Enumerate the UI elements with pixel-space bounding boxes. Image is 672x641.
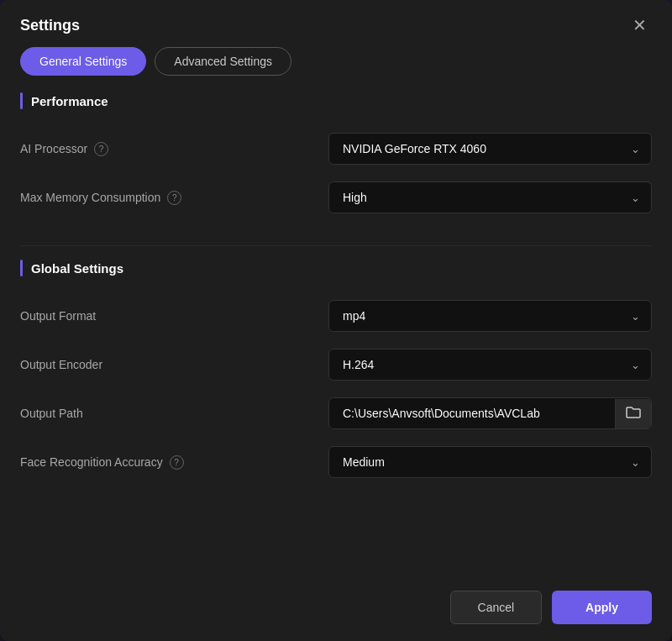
- output-encoder-row: Output Encoder H.264 H.265 AV1 ⌄: [20, 340, 652, 389]
- ai-processor-label: AI Processor: [20, 142, 87, 155]
- output-path-label: Output Path: [20, 407, 83, 420]
- tab-advanced-settings[interactable]: Advanced Settings: [155, 47, 291, 76]
- output-path-browse-button[interactable]: [615, 399, 651, 428]
- output-path-wrapper: [328, 397, 652, 429]
- face-recognition-select-wrapper: Low Medium High ⌄: [328, 446, 652, 478]
- performance-section-header: Performance: [20, 92, 652, 109]
- output-format-label-group: Output Format: [20, 309, 96, 323]
- max-memory-label-group: Max Memory Consumption ?: [20, 191, 181, 205]
- title-bar: Settings ✕: [0, 0, 672, 47]
- output-encoder-label: Output Encoder: [20, 358, 102, 371]
- output-path-input[interactable]: [329, 398, 615, 428]
- performance-section-title: Performance: [31, 94, 108, 108]
- output-encoder-label-group: Output Encoder: [20, 358, 102, 371]
- max-memory-label: Max Memory Consumption: [20, 191, 160, 204]
- face-recognition-help-icon[interactable]: ?: [170, 455, 184, 470]
- settings-content: Performance AI Processor ? NVIDIA GeForc…: [0, 92, 672, 577]
- output-format-select[interactable]: mp4 mov avi mkv: [328, 300, 652, 332]
- cancel-button[interactable]: Cancel: [450, 591, 543, 624]
- max-memory-help-icon[interactable]: ?: [167, 191, 181, 205]
- global-settings-section: Global Settings Output Format mp4 mov av…: [20, 260, 652, 486]
- tab-bar: General Settings Advanced Settings: [0, 47, 672, 92]
- dialog-title: Settings: [20, 17, 80, 34]
- tab-general-settings[interactable]: General Settings: [20, 47, 146, 76]
- folder-icon: [626, 406, 641, 422]
- global-section-bar-accent: [20, 260, 23, 276]
- output-encoder-select-wrapper: H.264 H.265 AV1 ⌄: [328, 349, 652, 381]
- settings-dialog: Settings ✕ General Settings Advanced Set…: [0, 0, 672, 641]
- global-section-header: Global Settings: [20, 260, 652, 276]
- output-path-row: Output Path: [20, 389, 652, 438]
- apply-button[interactable]: Apply: [552, 591, 652, 624]
- max-memory-row: Max Memory Consumption ? Low Medium High…: [20, 173, 652, 222]
- ai-processor-label-group: AI Processor ?: [20, 142, 108, 156]
- max-memory-select[interactable]: Low Medium High Ultra: [328, 181, 652, 213]
- section-bar-accent: [20, 92, 23, 109]
- global-section-title: Global Settings: [31, 261, 123, 276]
- output-encoder-select[interactable]: H.264 H.265 AV1: [328, 349, 652, 381]
- performance-section: Performance AI Processor ? NVIDIA GeForc…: [20, 92, 652, 222]
- ai-processor-select[interactable]: NVIDIA GeForce RTX 4060 CPU Auto: [328, 133, 652, 165]
- output-format-label: Output Format: [20, 309, 96, 323]
- ai-processor-help-icon[interactable]: ?: [94, 142, 108, 156]
- face-recognition-label: Face Recognition Accuracy: [20, 455, 163, 469]
- face-recognition-row: Face Recognition Accuracy ? Low Medium H…: [20, 438, 652, 486]
- section-divider: [20, 245, 652, 246]
- close-button[interactable]: ✕: [627, 15, 652, 35]
- output-path-label-group: Output Path: [20, 407, 83, 420]
- output-format-select-wrapper: mp4 mov avi mkv ⌄: [328, 300, 652, 332]
- dialog-footer: Cancel Apply: [0, 577, 672, 641]
- ai-processor-select-wrapper: NVIDIA GeForce RTX 4060 CPU Auto ⌄: [328, 133, 652, 165]
- face-recognition-label-group: Face Recognition Accuracy ?: [20, 455, 184, 470]
- max-memory-select-wrapper: Low Medium High Ultra ⌄: [328, 181, 652, 213]
- output-format-row: Output Format mp4 mov avi mkv ⌄: [20, 292, 652, 340]
- face-recognition-select[interactable]: Low Medium High: [328, 446, 652, 478]
- ai-processor-row: AI Processor ? NVIDIA GeForce RTX 4060 C…: [20, 124, 652, 173]
